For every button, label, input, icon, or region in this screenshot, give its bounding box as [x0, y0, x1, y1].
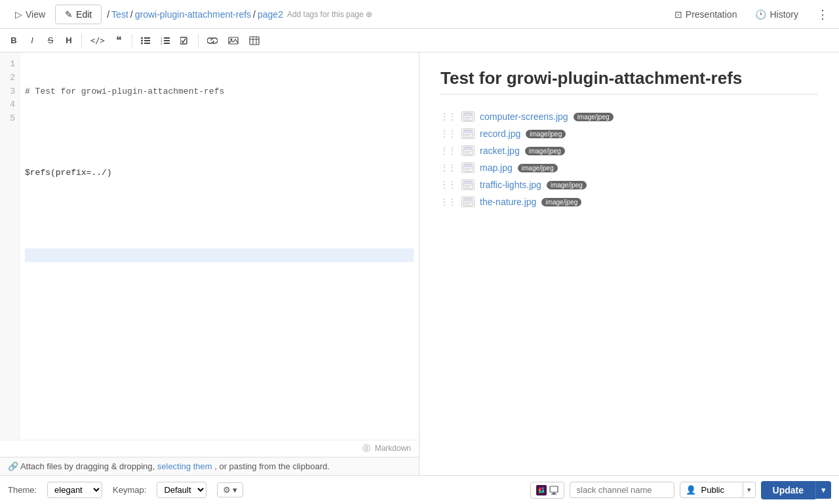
breadcrumb-plugin[interactable]: growi-plugin-attachment-refs: [135, 9, 251, 20]
slack-channel-input[interactable]: [570, 482, 674, 498]
drag-icon: ⋮⋮: [440, 129, 456, 138]
svg-rect-9: [164, 40, 170, 41]
attachment-link[interactable]: map.jpg: [480, 163, 513, 173]
list-item: ⋮⋮ the-nature.jpg image/jpeg: [440, 193, 818, 210]
slack-icon-button[interactable]: [530, 482, 564, 499]
topbar-right: ⊡ Presentation 🕐 History ⋮: [669, 5, 834, 24]
file-thumbnail-icon: [461, 180, 475, 190]
attachment-link[interactable]: traffic-lights.jpg: [480, 180, 541, 190]
list-item: ⋮⋮ traffic-lights.jpg image/jpeg: [440, 176, 818, 193]
image-icon: [228, 37, 239, 45]
breadcrumb-sep-2: /: [253, 9, 256, 20]
svg-point-2: [141, 39, 143, 41]
preview-pane: Test for growi-plugin-attachment-refs ⋮⋮…: [420, 52, 839, 475]
link-button[interactable]: [203, 34, 222, 47]
file-thumbnail-icon: [461, 163, 475, 173]
bold-button[interactable]: B: [5, 33, 22, 48]
editor-pane: 1 2 3 4 5 # Test for growi-plugin-attach…: [0, 52, 420, 475]
edit-tab[interactable]: ✎ Edit: [55, 5, 102, 24]
mime-badge: image/jpeg: [525, 147, 565, 155]
breadcrumb-test[interactable]: Test: [111, 9, 128, 20]
list-item: ⋮⋮ record.jpg image/jpeg: [440, 125, 818, 142]
svg-rect-47: [542, 487, 543, 489]
attachment-link[interactable]: record.jpg: [480, 128, 520, 139]
checkbox-button[interactable]: [176, 34, 194, 47]
markdown-icon: ⓪: [362, 444, 370, 453]
svg-point-4: [141, 42, 143, 44]
more-options-button[interactable]: ⋮: [811, 5, 834, 24]
attach-link[interactable]: selecting them: [157, 461, 212, 471]
config-button[interactable]: ⚙ ▾: [217, 482, 243, 497]
theme-select[interactable]: elegant monokai material: [47, 482, 102, 498]
markdown-label: Markdown: [375, 444, 411, 453]
strikethrough-button[interactable]: S: [42, 33, 59, 48]
toolbar-sep-1: [81, 34, 82, 47]
svg-rect-15: [250, 37, 259, 45]
edit-icon: ✎: [65, 9, 73, 20]
attachment-link[interactable]: the-nature.jpg: [480, 197, 536, 207]
svg-rect-49: [542, 491, 544, 492]
italic-button[interactable]: I: [24, 33, 41, 48]
table-button[interactable]: [244, 33, 264, 48]
topbar: ▷ View ✎ Edit / Test / growi-plugin-atta…: [0, 0, 839, 29]
code-inline-button[interactable]: </>: [86, 33, 109, 48]
visibility-arrow[interactable]: ▾: [743, 483, 755, 497]
code-line-5: [25, 248, 414, 262]
unordered-list-button[interactable]: [136, 34, 155, 47]
breadcrumb-page2[interactable]: page2: [258, 9, 283, 20]
config-arrow: ▾: [233, 485, 237, 495]
editor-toolbar: B I S H </> ❝ 1. 2. 3.: [0, 29, 839, 52]
keymap-select[interactable]: Default Vim Emacs: [157, 482, 206, 498]
code-line-3: $refs(prefix=../): [25, 166, 414, 180]
editor-content[interactable]: 1 2 3 4 5 # Test for growi-plugin-attach…: [0, 52, 419, 440]
visibility-dropdown[interactable]: Public Restricted Private: [701, 482, 743, 497]
image-button[interactable]: [224, 34, 243, 47]
svg-rect-28: [464, 147, 472, 150]
file-thumbnail-icon: [461, 128, 475, 139]
bottombar: Theme: elegant monokai material Keymap: …: [0, 475, 839, 504]
drag-icon: ⋮⋮: [440, 180, 456, 189]
presentation-button[interactable]: ⊡ Presentation: [669, 7, 743, 22]
svg-rect-40: [464, 199, 472, 201]
code-area[interactable]: # Test for growi-plugin-attachment-refs …: [20, 52, 419, 440]
edit-label: Edit: [76, 9, 92, 20]
ordered-list-button[interactable]: 1. 2. 3.: [156, 34, 174, 47]
heading-button[interactable]: H: [60, 33, 77, 48]
attachment-link[interactable]: computer-screens.jpg: [480, 111, 568, 122]
history-icon: 🕐: [755, 9, 766, 20]
svg-text:3.: 3.: [161, 41, 163, 45]
mime-badge: image/jpeg: [518, 164, 558, 172]
update-button[interactable]: Update: [761, 481, 815, 499]
svg-rect-43: [536, 485, 547, 495]
person-icon: 👤: [680, 482, 701, 497]
svg-rect-11: [164, 43, 170, 44]
svg-rect-48: [539, 491, 542, 493]
list-item: ⋮⋮ computer-screens.jpg image/jpeg: [440, 108, 818, 125]
file-thumbnail-icon: [461, 197, 475, 207]
table-icon: [249, 36, 260, 45]
blockquote-button[interactable]: ❝: [111, 31, 128, 49]
toolbar-sep-3: [198, 34, 199, 47]
drag-icon: ⋮⋮: [440, 146, 456, 155]
view-tab[interactable]: ▷ View: [5, 5, 55, 24]
attach-suffix: , or pasting from the clipboard.: [214, 461, 330, 471]
svg-rect-51: [550, 486, 558, 492]
attach-bar: 🔗 Attach files by dragging & dropping, s…: [0, 457, 419, 475]
svg-rect-32: [464, 165, 472, 167]
theme-label: Theme:: [8, 485, 37, 495]
bottombar-right: 👤 Public Restricted Private ▾ Update ▾: [530, 481, 831, 499]
drag-icon: ⋮⋮: [440, 197, 456, 206]
history-button[interactable]: 🕐 History: [750, 7, 804, 22]
update-dropdown-button[interactable]: ▾: [815, 481, 831, 499]
editor-footer: ⓪ Markdown: [0, 440, 419, 457]
add-tags[interactable]: Add tags for this page ⊕: [287, 10, 372, 19]
svg-rect-20: [464, 113, 472, 116]
drag-icon: ⋮⋮: [440, 112, 456, 121]
attachment-link[interactable]: racket.jpg: [480, 145, 520, 156]
ul-icon: [141, 37, 150, 45]
visibility-select: 👤 Public Restricted Private ▾: [680, 482, 756, 498]
slack-icon: [536, 485, 547, 495]
mime-badge: image/jpeg: [541, 198, 581, 206]
config-icon: ⚙: [223, 485, 231, 495]
theme-select-wrap: elegant monokai material: [47, 482, 102, 498]
